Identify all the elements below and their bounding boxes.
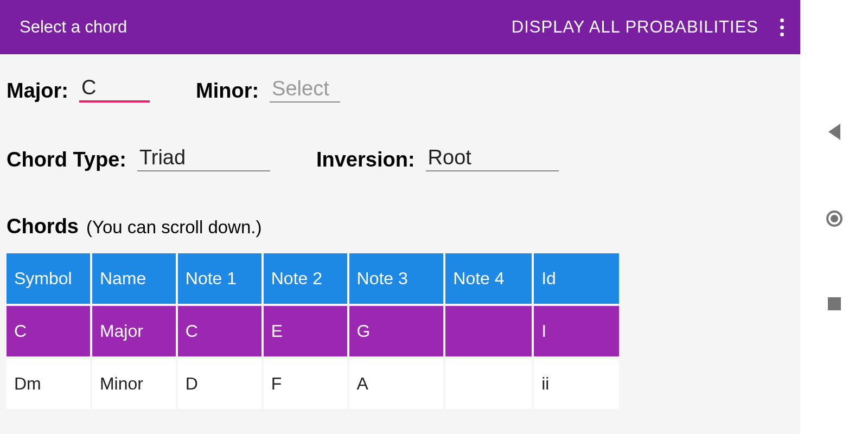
header-note3: Note 3 bbox=[349, 253, 444, 304]
display-probabilities-button[interactable]: DISPLAY ALL PROBABILITIES bbox=[512, 17, 758, 37]
header-note1: Note 1 bbox=[178, 253, 261, 304]
header-actions: DISPLAY ALL PROBABILITIES bbox=[512, 13, 789, 42]
cell-note4 bbox=[445, 359, 532, 409]
home-icon[interactable] bbox=[826, 210, 843, 227]
inversion-field-group: Inversion: Root bbox=[316, 146, 559, 171]
chords-section-title: Chords (You can scroll down.) bbox=[7, 215, 794, 238]
cell-symbol: C bbox=[7, 306, 90, 356]
cell-note2: F bbox=[264, 359, 347, 409]
major-dropdown[interactable]: C bbox=[79, 76, 150, 103]
key-selection-row: Major: C Minor: Select bbox=[7, 76, 794, 103]
cell-name: Major bbox=[92, 306, 176, 356]
cell-note3: G bbox=[349, 306, 444, 356]
cell-note2: E bbox=[264, 306, 347, 356]
recent-apps-icon[interactable] bbox=[828, 297, 841, 310]
header-name: Name bbox=[92, 253, 176, 304]
table-row[interactable]: Dm Minor D F A ii bbox=[7, 359, 619, 409]
chord-settings-row: Chord Type: Triad Inversion: Root bbox=[7, 146, 794, 171]
inversion-label: Inversion: bbox=[316, 148, 415, 171]
cell-id: ii bbox=[534, 359, 619, 409]
app-header: Select a chord DISPLAY ALL PROBABILITIES bbox=[0, 0, 800, 54]
minor-label: Minor: bbox=[196, 79, 259, 103]
back-icon[interactable] bbox=[828, 124, 840, 140]
cell-note3: A bbox=[349, 359, 444, 409]
content-area: Major: C Minor: Select Chord Type: Triad… bbox=[0, 54, 800, 411]
minor-field-group: Minor: Select bbox=[196, 77, 340, 103]
chords-title: Chords bbox=[7, 215, 79, 238]
chord-type-dropdown[interactable]: Triad bbox=[137, 146, 270, 171]
cell-note1: C bbox=[178, 306, 261, 356]
more-options-icon[interactable] bbox=[775, 13, 789, 42]
cell-note1: D bbox=[178, 359, 261, 409]
header-note4: Note 4 bbox=[445, 253, 532, 304]
chord-type-field-group: Chord Type: Triad bbox=[7, 146, 270, 171]
cell-note4 bbox=[445, 306, 532, 356]
table-row[interactable]: C Major C E G I bbox=[7, 306, 619, 356]
header-note2: Note 2 bbox=[264, 253, 347, 304]
minor-dropdown[interactable]: Select bbox=[270, 77, 340, 103]
chord-type-label: Chord Type: bbox=[7, 148, 126, 171]
inversion-dropdown[interactable]: Root bbox=[426, 146, 559, 171]
table-header-row: Symbol Name Note 1 Note 2 Note 3 Note 4 … bbox=[7, 253, 619, 304]
page-title: Select a chord bbox=[20, 17, 127, 37]
chords-hint: (You can scroll down.) bbox=[86, 217, 261, 238]
major-label: Major: bbox=[7, 79, 68, 103]
header-symbol: Symbol bbox=[7, 253, 90, 304]
cell-symbol: Dm bbox=[7, 359, 90, 409]
cell-name: Minor bbox=[92, 359, 176, 409]
android-nav-bar bbox=[800, 0, 868, 434]
header-id: Id bbox=[534, 253, 619, 304]
cell-id: I bbox=[534, 306, 619, 356]
major-field-group: Major: C bbox=[7, 76, 150, 103]
chords-table[interactable]: Symbol Name Note 1 Note 2 Note 3 Note 4 … bbox=[7, 253, 619, 411]
